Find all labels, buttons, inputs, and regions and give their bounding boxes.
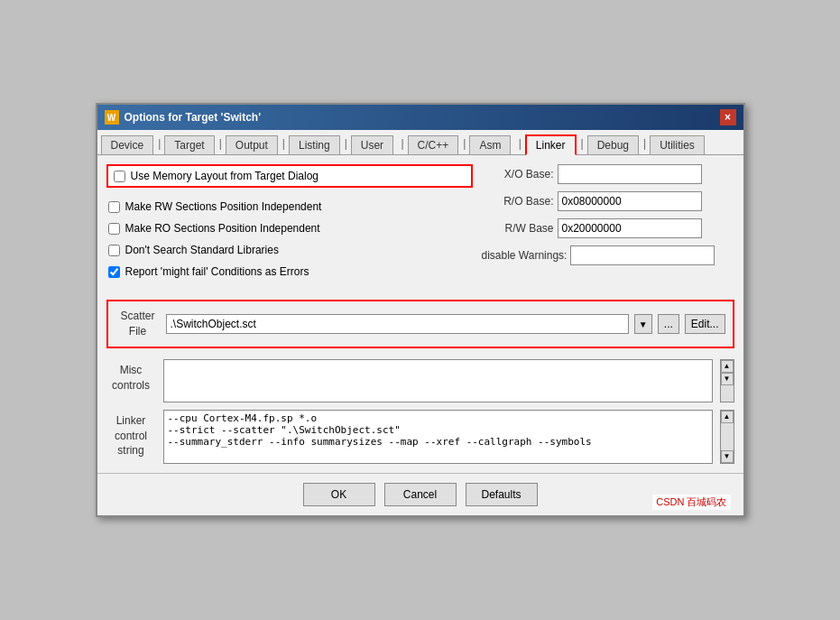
make-ro-sections-row: Make RO Sections Position Independent — [106, 220, 473, 236]
disable-warnings-row: disable Warnings: — [482, 245, 734, 265]
app-icon: W — [105, 110, 119, 125]
linker-scroll-down[interactable]: ▼ — [721, 450, 734, 463]
tab-utilities[interactable]: Utilities — [650, 135, 705, 154]
ro-base-input[interactable] — [558, 191, 702, 211]
tab-device[interactable]: Device — [101, 135, 154, 154]
bottom-bar: OK Cancel Defaults CSDN 百城码农 — [97, 473, 743, 515]
scatter-file-input[interactable] — [166, 314, 629, 334]
tab-output[interactable]: Output — [226, 135, 278, 154]
misc-controls-textarea[interactable] — [163, 359, 713, 403]
dialog-title: Options for Target 'Switch' — [125, 111, 262, 124]
tab-debug[interactable]: Debug — [587, 135, 639, 154]
make-ro-sections-label: Make RO Sections Position Independent — [125, 222, 320, 235]
scatter-browse-button[interactable]: ... — [658, 314, 679, 334]
xo-base-row: X/O Base: — [482, 164, 734, 184]
xo-base-label: X/O Base: — [482, 168, 554, 180]
title-bar-left: W Options for Target 'Switch' — [105, 110, 262, 125]
right-panel: X/O Base: R/O Base: R/W Base — [482, 164, 734, 285]
misc-controls-section: Misccontrols ▲ ▼ — [106, 359, 734, 403]
close-button[interactable]: × — [720, 109, 736, 125]
ro-base-label: R/O Base: — [482, 195, 554, 208]
misc-scrollbar: ▲ ▼ — [720, 359, 734, 403]
dont-search-checkbox[interactable] — [108, 245, 120, 256]
scatter-edit-button[interactable]: Edit... — [685, 314, 725, 334]
report-might-fail-label: Report 'might fail' Conditions as Errors — [125, 265, 309, 278]
dont-search-row: Don't Search Standard Libraries — [106, 242, 473, 258]
disable-warnings-label: disable Warnings: — [482, 249, 568, 262]
report-might-fail-checkbox[interactable] — [108, 266, 120, 278]
content-area: Use Memory Layout from Target Dialog Mak… — [97, 155, 743, 473]
tab-listing[interactable]: Listing — [289, 135, 340, 154]
tab-cpp[interactable]: C/C++ — [408, 135, 459, 154]
defaults-button[interactable]: Defaults — [466, 483, 538, 506]
misc-label: Misccontrols — [106, 359, 156, 403]
tab-asm[interactable]: Asm — [469, 135, 511, 154]
watermark: CSDN 百城码农 — [652, 495, 730, 510]
make-rw-sections-label: Make RW Sections Position Independent — [125, 200, 322, 213]
make-ro-sections-checkbox[interactable] — [108, 223, 120, 235]
scatter-label: ScatterFile — [115, 309, 161, 339]
ro-base-row: R/O Base: — [482, 191, 734, 211]
linker-label: Linkercontrolstring — [106, 410, 156, 464]
use-memory-layout-checkbox[interactable] — [114, 171, 125, 182]
linker-control-section: Linkercontrolstring --cpu Cortex-M4.fp.s… — [106, 410, 734, 464]
make-rw-sections-row: Make RW Sections Position Independent — [106, 199, 473, 215]
misc-scroll-up[interactable]: ▲ — [721, 360, 734, 373]
use-memory-layout-row: Use Memory Layout from Target Dialog — [106, 164, 473, 188]
rw-base-label: R/W Base — [482, 222, 554, 235]
xo-base-input[interactable] — [558, 164, 702, 184]
rw-base-input[interactable] — [558, 218, 702, 238]
cancel-button[interactable]: Cancel — [384, 483, 457, 506]
linker-scrollbar: ▲ ▼ — [720, 410, 734, 464]
tab-bar: Device | Target | Output | Listing | Use… — [97, 130, 743, 155]
dont-search-label: Don't Search Standard Libraries — [125, 244, 279, 256]
report-might-fail-row: Report 'might fail' Conditions as Errors — [106, 264, 473, 280]
tab-user[interactable]: User — [351, 135, 393, 154]
main-area: Use Memory Layout from Target Dialog Mak… — [106, 164, 734, 285]
tab-target[interactable]: Target — [164, 135, 214, 154]
disable-warnings-input[interactable] — [570, 245, 715, 265]
ok-button[interactable]: OK — [303, 483, 375, 506]
options-dialog: W Options for Target 'Switch' × Device |… — [96, 103, 745, 517]
rw-base-row: R/W Base — [482, 218, 734, 238]
tab-linker[interactable]: Linker — [525, 134, 577, 155]
scatter-file-section: ScatterFile ▼ ... Edit... — [106, 300, 734, 348]
make-rw-sections-checkbox[interactable] — [108, 201, 120, 213]
linker-scroll-up[interactable]: ▲ — [721, 411, 734, 423]
left-panel: Use Memory Layout from Target Dialog Mak… — [106, 164, 473, 285]
scatter-dropdown-button[interactable]: ▼ — [634, 314, 652, 334]
title-bar: W Options for Target 'Switch' × — [97, 105, 743, 130]
misc-scroll-down[interactable]: ▼ — [721, 373, 734, 385]
linker-control-textarea[interactable]: --cpu Cortex-M4.fp.sp *.o --strict --sca… — [163, 410, 713, 464]
use-memory-layout-label: Use Memory Layout from Target Dialog — [131, 170, 319, 182]
